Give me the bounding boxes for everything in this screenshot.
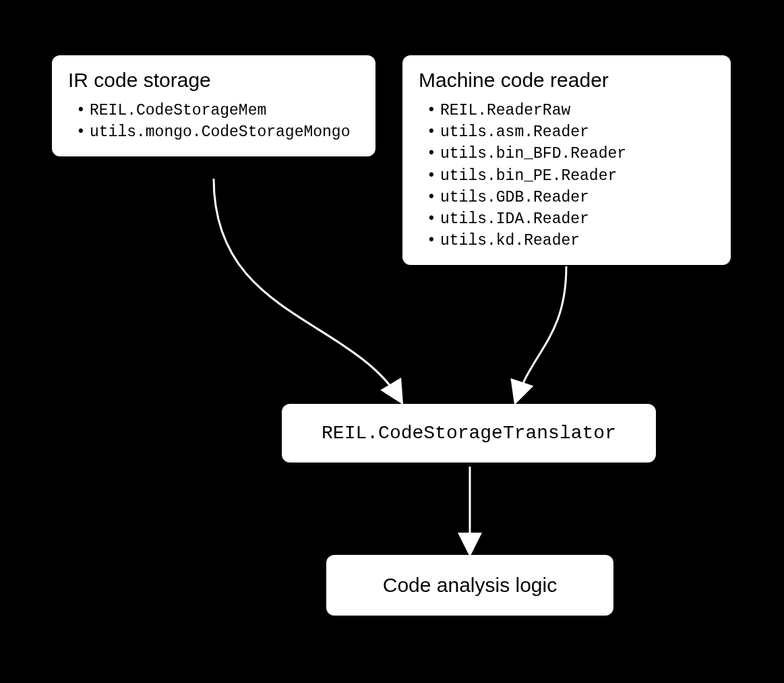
list-item: utils.IDA.Reader <box>424 208 715 230</box>
reader-items-list: REIL.ReaderRaw utils.asm.Reader utils.bi… <box>419 100 715 251</box>
list-item: utils.asm.Reader <box>424 121 715 143</box>
list-item: utils.bin_PE.Reader <box>424 165 715 187</box>
ir-code-storage-box: IR code storage REIL.CodeStorageMem util… <box>52 55 375 156</box>
translator-label: REIL.CodeStorageTranslator <box>305 423 633 444</box>
storage-items-list: REIL.CodeStorageMem utils.mongo.CodeStor… <box>68 100 359 143</box>
list-item: utils.mongo.CodeStorageMongo <box>73 121 359 143</box>
machine-code-reader-box: Machine code reader REIL.ReaderRaw utils… <box>402 55 731 265</box>
arrow-reader-to-translator <box>516 266 566 401</box>
list-item: utils.bin_BFD.Reader <box>424 143 715 165</box>
list-item: REIL.CodeStorageMem <box>73 100 359 121</box>
analysis-box: Code analysis logic <box>326 555 613 616</box>
box-title: IR code storage <box>68 69 359 92</box>
analysis-label: Code analysis logic <box>349 574 591 597</box>
box-title: Machine code reader <box>419 69 715 92</box>
list-item: utils.GDB.Reader <box>424 187 715 208</box>
translator-box: REIL.CodeStorageTranslator <box>282 404 656 463</box>
list-item: REIL.ReaderRaw <box>424 100 715 121</box>
arrow-storage-to-translator <box>214 179 401 401</box>
list-item: utils.kd.Reader <box>424 230 715 251</box>
